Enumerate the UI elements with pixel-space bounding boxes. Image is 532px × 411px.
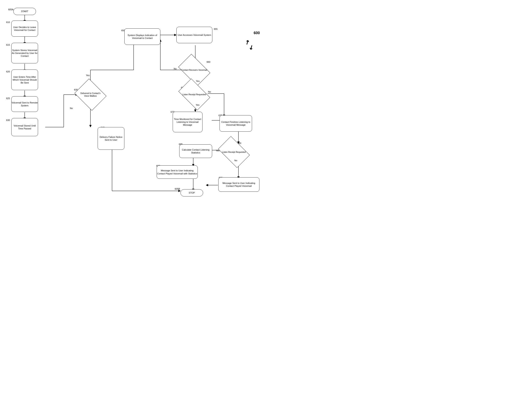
label-655: 655 [214,28,218,30]
label-yes-660: Yes [196,80,200,82]
label-610: 610 [6,21,10,23]
start-node: START [13,8,36,15]
svg-marker-50 [179,190,180,192]
label-625: 625 [6,97,10,99]
svg-marker-47 [206,184,208,186]
node-685: Calculate Contact Listening Statistics [179,144,212,158]
label-630: 630 [6,119,10,121]
node-635-diamond: Delivered to Contact's Voice Mailbox [78,84,103,105]
label-no-635: No [70,107,73,109]
stop-node: STOP [180,189,203,196]
diagram-number: 600 [254,31,260,35]
svg-marker-30 [194,110,196,112]
label-yes-680: Yes [216,149,219,152]
node-620: User Enters Time After Which Voicemail S… [11,69,38,90]
label-no-660: No [174,68,177,70]
node-630: Voicemail Stored Until Time Passed [11,118,38,136]
node-695: Message Sent to User Indicating Contact … [218,177,259,192]
node-625: Voicemail Sent to Remote System [11,96,38,112]
node-680-diamond: Listen Receipt Requested [220,143,247,161]
node-640: Delivery Failure Notice Sent to User [98,127,124,150]
label-no-680: No [234,159,237,162]
flowchart-diagram: 600 ↗ ↗ 605A START 610 User Decides to L… [0,0,266,206]
node-660-diamond: Contact Recovers Voicemail [181,61,208,79]
node-670: Time Monitored for Contact Listening to … [173,112,202,132]
label-615: 615 [6,44,10,46]
label-yes-635: Yes [86,74,90,77]
label-605b: 605B [175,188,180,190]
node-690: Message Sent to User Indicating Contact … [157,165,198,179]
label-yes-665: Yes [196,104,200,106]
svg-marker-21 [174,34,176,36]
node-675: Contact Finishes Listening to Voicemail … [219,115,252,132]
label-620: 620 [6,70,10,73]
node-655: User Accesses Voicemail System [176,27,212,43]
svg-marker-19 [89,125,92,127]
node-665-diamond: Listen Receipt Requested [181,85,208,103]
node-610: User Decides to Leave Voicemail for Cont… [11,20,38,37]
label-no-665: No [208,90,211,93]
node-650: System Displays Indication of Voicemail … [124,28,160,45]
node-615: System Stores Voicemail As Generated by … [11,43,38,63]
label-605a: 605A [8,8,14,11]
